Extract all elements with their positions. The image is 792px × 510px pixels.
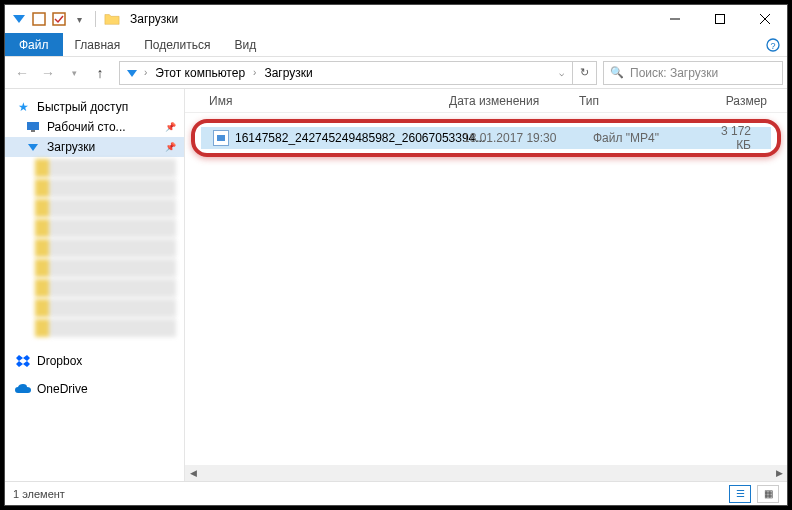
maximize-button[interactable]	[697, 5, 742, 33]
svg-rect-9	[31, 130, 35, 132]
details-view-button[interactable]: ☰	[729, 485, 751, 503]
icons-view-button[interactable]: ▦	[757, 485, 779, 503]
sidebar-item-label: Dropbox	[37, 354, 82, 368]
file-date: 18.01.2017 19:30	[463, 131, 593, 145]
sidebar-item-label: OneDrive	[37, 382, 88, 396]
svg-rect-0	[33, 13, 45, 25]
nav-up-button[interactable]: ↑	[87, 60, 113, 86]
file-type: Файл "MP4"	[593, 131, 703, 145]
close-button[interactable]	[742, 5, 787, 33]
breadcrumb-root[interactable]: Этот компьютер	[151, 65, 249, 81]
star-icon: ★	[15, 99, 31, 115]
ribbon-tab-home[interactable]: Главная	[63, 33, 133, 56]
search-placeholder: Поиск: Загрузки	[630, 66, 718, 80]
chevron-right-icon: ›	[142, 67, 149, 78]
sidebar-item-blurred	[35, 199, 176, 217]
sidebar-item-blurred	[35, 219, 176, 237]
search-icon: 🔍	[610, 66, 624, 79]
download-arrow-icon	[25, 139, 41, 155]
main-area: ★ Быстрый доступ Рабочий сто... 📌 Загруз…	[5, 89, 787, 481]
nav-forward-button[interactable]: →	[35, 60, 61, 86]
sidebar-item-label: Рабочий сто...	[47, 120, 126, 134]
breadcrumb[interactable]: › Этот компьютер › Загрузки ⌵	[119, 61, 573, 85]
down-arrow-icon[interactable]	[11, 11, 27, 27]
sidebar-item-blurred	[35, 259, 176, 277]
horizontal-scrollbar[interactable]: ◀ ▶	[185, 465, 787, 481]
svg-rect-1	[53, 13, 65, 25]
scroll-track[interactable]	[201, 468, 771, 478]
sidebar-quick-access-group: ★ Быстрый доступ Рабочий сто... 📌 Загруз…	[5, 97, 184, 339]
svg-rect-3	[715, 15, 724, 24]
breadcrumb-current[interactable]: Загрузки	[260, 65, 316, 81]
sidebar-item-label: Быстрый доступ	[37, 100, 128, 114]
file-name: 16147582_242745249485982_26067053394...	[235, 131, 463, 145]
content-pane: Имя Дата изменения Тип Размер 16147582_2…	[185, 89, 787, 481]
window-controls	[652, 5, 787, 33]
minimize-button[interactable]	[652, 5, 697, 33]
svg-rect-8	[27, 122, 39, 130]
sidebar-item-onedrive[interactable]: OneDrive	[5, 379, 184, 399]
file-size: 3 172 КБ	[703, 124, 771, 152]
breadcrumb-dropdown-icon[interactable]: ⌵	[559, 68, 568, 78]
sidebar-item-desktop[interactable]: Рабочий сто... 📌	[5, 117, 184, 137]
sidebar-item-blurred	[35, 299, 176, 317]
sidebar-item-blurred	[35, 159, 176, 177]
sidebar-item-blurred	[35, 239, 176, 257]
col-header-size[interactable]: Размер	[689, 94, 787, 108]
col-header-name[interactable]: Имя	[209, 94, 449, 108]
pin-icon: 📌	[165, 142, 176, 152]
folder-icon	[104, 11, 120, 27]
scroll-right-icon[interactable]: ▶	[771, 468, 787, 478]
scroll-left-icon[interactable]: ◀	[185, 468, 201, 478]
search-input[interactable]: 🔍 Поиск: Загрузки	[603, 61, 783, 85]
col-header-type[interactable]: Тип	[579, 94, 689, 108]
sidebar-item-blurred	[35, 179, 176, 197]
ribbon-tab-view[interactable]: Вид	[222, 33, 268, 56]
sidebar: ★ Быстрый доступ Рабочий сто... 📌 Загруз…	[5, 89, 185, 481]
sidebar-item-dropbox[interactable]: Dropbox	[5, 351, 184, 371]
down-arrow-small-icon	[124, 65, 140, 81]
nav-back-button[interactable]: ←	[9, 60, 35, 86]
ribbon: Файл Главная Поделиться Вид ?	[5, 33, 787, 57]
ribbon-tab-share[interactable]: Поделиться	[132, 33, 222, 56]
sidebar-item-blurred	[35, 319, 176, 337]
chevron-right-icon: ›	[251, 67, 258, 78]
pin-icon: 📌	[165, 122, 176, 132]
file-list: 16147582_242745249485982_26067053394... …	[185, 113, 787, 465]
sidebar-quick-access[interactable]: ★ Быстрый доступ	[5, 97, 184, 117]
video-file-icon	[213, 130, 229, 146]
titlebar: ▾ Загрузки	[5, 5, 787, 33]
column-headers: Имя Дата изменения Тип Размер	[185, 89, 787, 113]
view-switcher: ☰ ▦	[729, 485, 779, 503]
refresh-button[interactable]: ↻	[573, 61, 597, 85]
explorer-window: ▾ Загрузки Файл Главная Поделиться Вид ?	[4, 4, 788, 506]
col-header-date[interactable]: Дата изменения	[449, 94, 579, 108]
annotation-highlight: 16147582_242745249485982_26067053394... …	[191, 119, 781, 157]
sidebar-item-downloads[interactable]: Загрузки 📌	[5, 137, 184, 157]
sidebar-item-blurred	[35, 279, 176, 297]
onedrive-icon	[15, 381, 31, 397]
ribbon-tab-file[interactable]: Файл	[5, 33, 63, 56]
props-box-icon[interactable]	[31, 11, 47, 27]
statusbar: 1 элемент ☰ ▦	[5, 481, 787, 505]
dropbox-icon	[15, 353, 31, 369]
window-title: Загрузки	[130, 12, 178, 26]
desktop-icon	[25, 119, 41, 135]
svg-text:?: ?	[770, 40, 775, 50]
nav-history-icon[interactable]: ▾	[61, 60, 87, 86]
overflow-icon[interactable]: ▾	[71, 11, 87, 27]
titlebar-left: ▾ Загрузки	[5, 11, 178, 27]
ribbon-help-icon[interactable]: ?	[759, 33, 787, 56]
file-row[interactable]: 16147582_242745249485982_26067053394... …	[201, 127, 771, 149]
check-box-icon[interactable]	[51, 11, 67, 27]
address-bar: ← → ▾ ↑ › Этот компьютер › Загрузки ⌵ ↻ …	[5, 57, 787, 89]
status-count: 1 элемент	[13, 488, 65, 500]
titlebar-divider	[95, 11, 96, 27]
sidebar-item-label: Загрузки	[47, 140, 95, 154]
